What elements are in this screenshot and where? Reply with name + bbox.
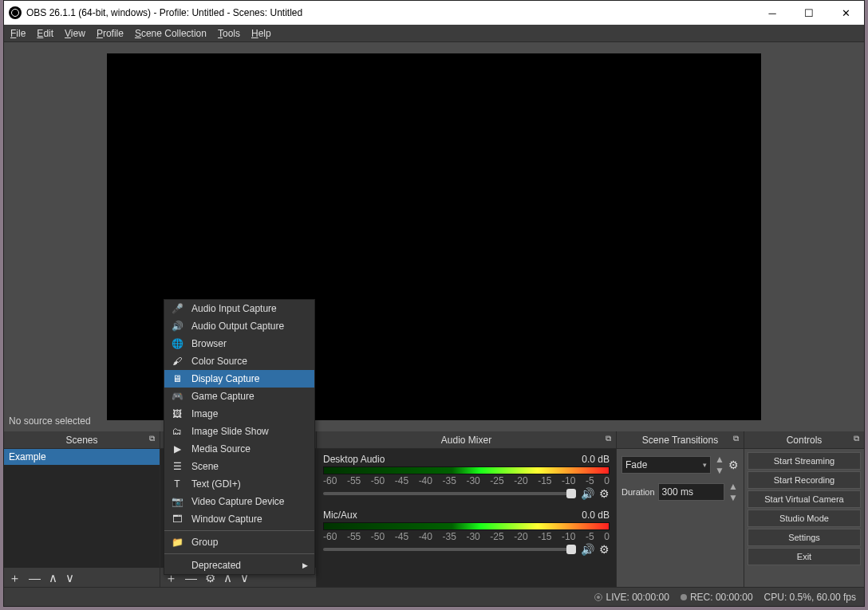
play-icon: ▶ xyxy=(171,443,183,455)
dock-icon[interactable]: ⧉ xyxy=(854,434,859,443)
gear-icon[interactable]: ⚙ xyxy=(599,543,610,556)
track-db: 0.0 dB xyxy=(582,510,610,521)
dock-icon[interactable]: ⧉ xyxy=(149,434,155,443)
menu-profile[interactable]: Profile xyxy=(97,28,124,39)
menu-edit[interactable]: Edit xyxy=(37,28,53,39)
globe-icon: 🌐 xyxy=(171,338,183,349)
ctx-item-audio-output-capture[interactable]: 🔊Audio Output Capture xyxy=(164,317,314,335)
scenes-panel: Scenes ⧉ Example ＋ — ∧ ∨ xyxy=(4,431,160,587)
track-db: 0.0 dB xyxy=(582,454,610,465)
window-close-button[interactable]: ✕ xyxy=(827,1,864,25)
add-source-context-menu: 🎤Audio Input Capture🔊Audio Output Captur… xyxy=(164,299,315,575)
ctx-item-color-source[interactable]: 🖌Color Source xyxy=(164,352,314,370)
menu-tools[interactable]: Tools xyxy=(218,28,240,39)
ctx-label: Browser xyxy=(191,338,227,349)
scene-move-down-button[interactable]: ∨ xyxy=(65,572,74,584)
scene-remove-button[interactable]: — xyxy=(29,572,41,584)
ctx-item-deprecated[interactable]: Deprecated▶ xyxy=(164,557,314,574)
window-icon: 🗔 xyxy=(171,514,183,525)
dock-icon[interactable]: ⧉ xyxy=(606,434,611,443)
ctx-item-image-slide-show[interactable]: 🗂Image Slide Show xyxy=(164,423,314,440)
ctx-label: Group xyxy=(191,537,218,548)
image-icon: 🖼 xyxy=(171,408,183,419)
ctx-label: Text (GDI+) xyxy=(191,478,241,490)
scenes-panel-header[interactable]: Scenes ⧉ xyxy=(4,431,160,449)
start-virtual-camera-button[interactable]: Start Virtual Camera xyxy=(748,490,861,508)
volume-slider[interactable] xyxy=(323,492,576,495)
volume-slider[interactable] xyxy=(323,548,576,551)
scene-item-example[interactable]: Example xyxy=(4,449,160,465)
ctx-item-scene[interactable]: ☰Scene xyxy=(164,458,314,475)
exit-button[interactable]: Exit xyxy=(748,548,861,565)
brush-icon: 🖌 xyxy=(171,356,183,367)
ctx-item-window-capture[interactable]: 🗔Window Capture xyxy=(164,510,314,528)
obs-logo-icon xyxy=(9,6,22,19)
controls-title: Controls xyxy=(787,435,823,446)
transition-spin[interactable]: ▲▼ xyxy=(714,454,725,476)
ctx-label: Deprecated xyxy=(191,560,241,571)
gear-icon[interactable]: ⚙ xyxy=(599,487,610,500)
menu-scene-collection[interactable]: Scene Collection xyxy=(135,28,207,39)
ctx-label: Scene xyxy=(191,461,219,472)
ctx-label: Display Capture xyxy=(191,373,259,384)
ctx-item-image[interactable]: 🖼Image xyxy=(164,405,314,423)
duration-spin[interactable]: ▲▼ xyxy=(728,481,739,503)
monitor-icon: 🖥 xyxy=(171,373,183,384)
scenes-footer: ＋ — ∧ ∨ xyxy=(4,568,160,587)
transitions-panel: Scene Transitions ⧉ Fade ▾ ▲▼ ⚙ Duration… xyxy=(617,431,744,587)
ctx-item-group[interactable]: 📁Group xyxy=(164,533,314,551)
slides-icon: 🗂 xyxy=(171,426,183,437)
duration-label: Duration xyxy=(621,487,655,497)
ctx-label: Audio Output Capture xyxy=(191,321,284,332)
scenes-list[interactable]: Example xyxy=(4,449,160,568)
scene-move-up-button[interactable]: ∧ xyxy=(49,572,57,584)
ctx-item-text-gdi-[interactable]: TText (GDI+) xyxy=(164,475,314,493)
ctx-item-audio-input-capture[interactable]: 🎤Audio Input Capture xyxy=(164,300,314,317)
ctx-item-game-capture[interactable]: 🎮Game Capture xyxy=(164,388,314,405)
start-streaming-button[interactable]: Start Streaming xyxy=(748,452,861,470)
audio-mixer-panel: Audio Mixer ⧉ Desktop Audio 0.0 dB -60-5… xyxy=(317,431,617,587)
menu-help[interactable]: Help xyxy=(251,28,271,39)
settings-button[interactable]: Settings xyxy=(748,529,861,546)
ctx-label: Audio Input Capture xyxy=(191,303,277,314)
window-titlebar[interactable]: OBS 26.1.1 (64-bit, windows) - Profile: … xyxy=(4,1,864,25)
live-icon xyxy=(594,593,602,601)
controls-panel: Controls ⧉ Start Streaming Start Recordi… xyxy=(744,431,864,587)
transition-select[interactable]: Fade ▾ xyxy=(621,456,711,474)
menu-file[interactable]: File xyxy=(10,28,26,39)
speaker-icon[interactable]: 🔊 xyxy=(581,487,594,500)
ctx-label: Game Capture xyxy=(191,391,254,402)
mixer-track-mic: Mic/Aux 0.0 dB -60-55-50-45-40-35-30-25-… xyxy=(323,510,610,556)
ctx-item-video-capture-device[interactable]: 📷Video Capture Device xyxy=(164,493,314,510)
speaker-icon[interactable]: 🔊 xyxy=(581,543,594,556)
no-source-label: No source selected xyxy=(9,415,91,427)
window-minimize-button[interactable]: ─ xyxy=(754,1,791,25)
transitions-panel-header[interactable]: Scene Transitions ⧉ xyxy=(617,431,744,449)
audio-meter xyxy=(323,522,610,530)
status-live: LIVE: 00:00:00 xyxy=(594,592,669,603)
controls-panel-header[interactable]: Controls ⧉ xyxy=(744,431,864,449)
gear-icon[interactable]: ⚙ xyxy=(728,458,739,471)
ctx-label: Image xyxy=(191,408,218,419)
mixer-panel-header[interactable]: Audio Mixer ⧉ xyxy=(317,431,616,449)
track-name: Desktop Audio xyxy=(323,454,385,465)
mixer-title: Audio Mixer xyxy=(441,435,491,446)
ctx-item-media-source[interactable]: ▶Media Source xyxy=(164,440,314,458)
ctx-item-browser[interactable]: 🌐Browser xyxy=(164,335,314,352)
gamepad-icon: 🎮 xyxy=(171,391,183,402)
status-bar: LIVE: 00:00:00 REC: 00:00:00 CPU: 0.5%, … xyxy=(4,587,864,606)
chevron-right-icon: ▶ xyxy=(302,561,308,569)
status-cpu: CPU: 0.5%, 60.00 fps xyxy=(764,592,856,603)
ctx-item-display-capture[interactable]: 🖥Display Capture xyxy=(164,370,314,388)
transitions-title: Scene Transitions xyxy=(642,435,718,446)
dock-icon[interactable]: ⧉ xyxy=(733,434,739,443)
studio-mode-button[interactable]: Studio Mode xyxy=(748,510,861,527)
menu-view[interactable]: View xyxy=(65,28,85,39)
audio-meter xyxy=(323,466,610,474)
mixer-body: Desktop Audio 0.0 dB -60-55-50-45-40-35-… xyxy=(317,449,616,587)
scene-add-button[interactable]: ＋ xyxy=(9,572,21,584)
start-recording-button[interactable]: Start Recording xyxy=(748,471,861,489)
mixer-track-desktop: Desktop Audio 0.0 dB -60-55-50-45-40-35-… xyxy=(323,454,610,500)
duration-input[interactable]: 300 ms xyxy=(658,483,724,501)
window-maximize-button[interactable]: ☐ xyxy=(791,1,827,25)
